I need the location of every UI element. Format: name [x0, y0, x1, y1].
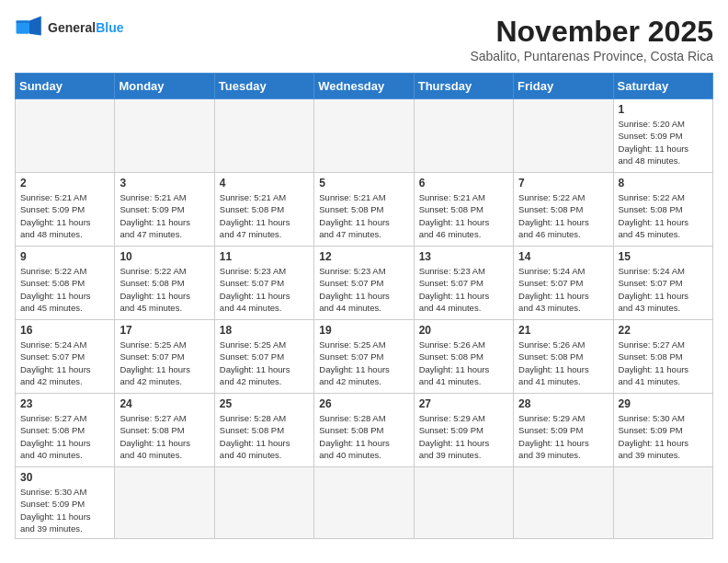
weekday-header-saturday: Saturday	[613, 74, 712, 99]
day-number: 16	[20, 324, 109, 337]
day-number: 14	[518, 250, 608, 263]
calendar-cell	[16, 99, 115, 173]
day-info: Sunrise: 5:23 AM Sunset: 5:07 PM Dayligh…	[319, 265, 408, 314]
calendar-cell	[514, 467, 613, 539]
calendar-cell	[115, 467, 214, 539]
calendar-cell: 16Sunrise: 5:24 AM Sunset: 5:07 PM Dayli…	[16, 320, 115, 394]
day-info: Sunrise: 5:26 AM Sunset: 5:08 PM Dayligh…	[518, 339, 608, 387]
day-number: 21	[518, 324, 608, 337]
calendar-cell: 6Sunrise: 5:21 AM Sunset: 5:08 PM Daylig…	[414, 173, 513, 247]
day-number: 2	[20, 177, 109, 190]
calendar-cell: 9Sunrise: 5:22 AM Sunset: 5:08 PM Daylig…	[16, 247, 115, 320]
day-number: 12	[319, 250, 408, 263]
day-info: Sunrise: 5:30 AM Sunset: 5:09 PM Dayligh…	[20, 486, 109, 534]
calendar-cell	[414, 467, 513, 539]
day-info: Sunrise: 5:23 AM Sunset: 5:07 PM Dayligh…	[220, 265, 309, 314]
day-info: Sunrise: 5:24 AM Sunset: 5:07 PM Dayligh…	[518, 265, 608, 314]
calendar-cell: 2Sunrise: 5:21 AM Sunset: 5:09 PM Daylig…	[16, 173, 115, 247]
day-info: Sunrise: 5:22 AM Sunset: 5:08 PM Dayligh…	[119, 265, 209, 314]
day-info: Sunrise: 5:26 AM Sunset: 5:08 PM Dayligh…	[419, 339, 508, 387]
day-info: Sunrise: 5:23 AM Sunset: 5:07 PM Dayligh…	[419, 265, 508, 314]
svg-rect-2	[17, 20, 29, 22]
calendar-cell	[514, 99, 613, 173]
calendar-cell: 23Sunrise: 5:27 AM Sunset: 5:08 PM Dayli…	[16, 394, 115, 467]
calendar-week-row: 1Sunrise: 5:20 AM Sunset: 5:09 PM Daylig…	[16, 99, 713, 173]
day-number: 4	[220, 177, 309, 190]
calendar-cell: 14Sunrise: 5:24 AM Sunset: 5:07 PM Dayli…	[514, 247, 613, 320]
weekday-header-sunday: Sunday	[16, 74, 115, 99]
day-info: Sunrise: 5:25 AM Sunset: 5:07 PM Dayligh…	[319, 339, 408, 387]
weekday-header-monday: Monday	[115, 74, 214, 99]
title-area: November 2025 Sabalito, Puntarenas Provi…	[470, 15, 713, 63]
day-number: 24	[119, 397, 209, 410]
calendar-cell: 4Sunrise: 5:21 AM Sunset: 5:08 PM Daylig…	[214, 173, 313, 247]
day-number: 6	[419, 177, 508, 190]
day-number: 7	[518, 177, 608, 190]
calendar-cell: 11Sunrise: 5:23 AM Sunset: 5:07 PM Dayli…	[214, 247, 313, 320]
day-number: 30	[20, 471, 109, 484]
svg-marker-1	[29, 17, 41, 36]
weekday-header-friday: Friday	[514, 74, 613, 99]
day-info: Sunrise: 5:24 AM Sunset: 5:07 PM Dayligh…	[619, 265, 708, 314]
calendar-cell: 8Sunrise: 5:22 AM Sunset: 5:08 PM Daylig…	[613, 173, 712, 247]
day-info: Sunrise: 5:24 AM Sunset: 5:07 PM Dayligh…	[20, 339, 109, 387]
calendar-week-row: 23Sunrise: 5:27 AM Sunset: 5:08 PM Dayli…	[16, 394, 713, 467]
day-info: Sunrise: 5:22 AM Sunset: 5:08 PM Dayligh…	[518, 191, 608, 240]
day-number: 22	[619, 324, 708, 337]
month-title: November 2025	[470, 15, 713, 49]
day-info: Sunrise: 5:25 AM Sunset: 5:07 PM Dayligh…	[119, 339, 209, 387]
calendar-cell: 21Sunrise: 5:26 AM Sunset: 5:08 PM Dayli…	[514, 320, 613, 394]
calendar-cell: 5Sunrise: 5:21 AM Sunset: 5:08 PM Daylig…	[314, 173, 414, 247]
calendar-cell: 13Sunrise: 5:23 AM Sunset: 5:07 PM Dayli…	[414, 247, 513, 320]
day-info: Sunrise: 5:28 AM Sunset: 5:08 PM Dayligh…	[220, 412, 309, 461]
location-subtitle: Sabalito, Puntarenas Province, Costa Ric…	[470, 49, 713, 63]
day-info: Sunrise: 5:21 AM Sunset: 5:08 PM Dayligh…	[220, 191, 309, 240]
calendar-cell	[314, 467, 414, 539]
day-number: 8	[619, 177, 708, 190]
calendar-cell: 30Sunrise: 5:30 AM Sunset: 5:09 PM Dayli…	[16, 467, 115, 539]
day-info: Sunrise: 5:30 AM Sunset: 5:09 PM Dayligh…	[619, 412, 708, 461]
day-number: 11	[220, 250, 309, 263]
day-number: 19	[319, 324, 408, 337]
calendar-cell: 17Sunrise: 5:25 AM Sunset: 5:07 PM Dayli…	[115, 320, 214, 394]
day-info: Sunrise: 5:27 AM Sunset: 5:08 PM Dayligh…	[119, 412, 209, 461]
calendar-cell: 25Sunrise: 5:28 AM Sunset: 5:08 PM Dayli…	[214, 394, 313, 467]
day-info: Sunrise: 5:21 AM Sunset: 5:09 PM Dayligh…	[20, 191, 109, 240]
calendar-week-row: 2Sunrise: 5:21 AM Sunset: 5:09 PM Daylig…	[16, 173, 713, 247]
calendar-cell: 22Sunrise: 5:27 AM Sunset: 5:08 PM Dayli…	[613, 320, 712, 394]
calendar-cell: 29Sunrise: 5:30 AM Sunset: 5:09 PM Dayli…	[613, 394, 712, 467]
day-number: 9	[20, 250, 109, 263]
day-info: Sunrise: 5:27 AM Sunset: 5:08 PM Dayligh…	[20, 412, 109, 461]
calendar-cell: 10Sunrise: 5:22 AM Sunset: 5:08 PM Dayli…	[115, 247, 214, 320]
day-info: Sunrise: 5:27 AM Sunset: 5:08 PM Dayligh…	[619, 339, 708, 387]
day-number: 29	[619, 397, 708, 410]
calendar-cell: 28Sunrise: 5:29 AM Sunset: 5:09 PM Dayli…	[514, 394, 613, 467]
day-info: Sunrise: 5:22 AM Sunset: 5:08 PM Dayligh…	[619, 191, 708, 240]
calendar-table: SundayMondayTuesdayWednesdayThursdayFrid…	[15, 73, 713, 539]
day-info: Sunrise: 5:28 AM Sunset: 5:08 PM Dayligh…	[319, 412, 408, 461]
calendar-week-row: 9Sunrise: 5:22 AM Sunset: 5:08 PM Daylig…	[16, 247, 713, 320]
logo: GeneralBlue	[15, 15, 123, 40]
calendar-cell	[115, 99, 214, 173]
calendar-cell	[314, 99, 414, 173]
calendar-cell: 15Sunrise: 5:24 AM Sunset: 5:07 PM Dayli…	[613, 247, 712, 320]
day-number: 27	[419, 397, 508, 410]
day-number: 18	[220, 324, 309, 337]
day-info: Sunrise: 5:25 AM Sunset: 5:07 PM Dayligh…	[220, 339, 309, 387]
weekday-header-thursday: Thursday	[414, 74, 513, 99]
day-number: 20	[419, 324, 508, 337]
calendar-cell: 19Sunrise: 5:25 AM Sunset: 5:07 PM Dayli…	[314, 320, 414, 394]
day-number: 28	[518, 397, 608, 410]
day-number: 5	[319, 177, 408, 190]
calendar-cell: 27Sunrise: 5:29 AM Sunset: 5:09 PM Dayli…	[414, 394, 513, 467]
calendar-cell: 26Sunrise: 5:28 AM Sunset: 5:08 PM Dayli…	[314, 394, 414, 467]
calendar-cell: 1Sunrise: 5:20 AM Sunset: 5:09 PM Daylig…	[613, 99, 712, 173]
weekday-header-wednesday: Wednesday	[314, 74, 414, 99]
day-number: 1	[619, 103, 708, 116]
weekday-header-row: SundayMondayTuesdayWednesdayThursdayFrid…	[16, 74, 713, 99]
day-number: 17	[119, 324, 209, 337]
calendar-cell	[414, 99, 513, 173]
calendar-cell: 18Sunrise: 5:25 AM Sunset: 5:07 PM Dayli…	[214, 320, 313, 394]
day-info: Sunrise: 5:21 AM Sunset: 5:08 PM Dayligh…	[419, 191, 508, 240]
calendar-cell	[214, 99, 313, 173]
